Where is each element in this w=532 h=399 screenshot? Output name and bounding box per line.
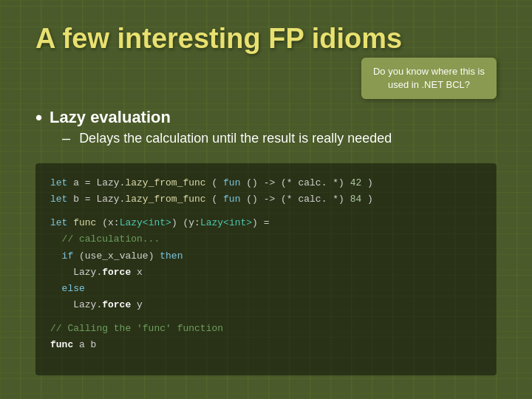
slide-title: A few interesting FP idioms xyxy=(35,24,497,55)
bullet-dot: • xyxy=(35,108,42,127)
bullet-sub-text: Delays the calculation until the result … xyxy=(79,131,392,146)
callout-row: Do you know where this is used in .NET B… xyxy=(35,58,497,99)
callout-box: Do you know where this is used in .NET B… xyxy=(361,58,497,99)
bullet-main: • Lazy evaluation xyxy=(35,108,497,127)
bullet-sub: – Delays the calculation until the resul… xyxy=(62,130,497,147)
callout-line2: used in .NET BCL? xyxy=(388,79,470,90)
bullet-section: • Lazy evaluation – Delays the calculati… xyxy=(35,108,497,154)
bullet-dash: – xyxy=(62,130,70,147)
code-block: let a = Lazy.lazy_from_func ( fun () -> … xyxy=(35,163,497,375)
callout-line1: Do you know where this is xyxy=(373,66,485,77)
bullet-main-text: Lazy evaluation xyxy=(50,108,171,127)
slide: A few interesting FP idioms Do you know … xyxy=(0,0,532,399)
